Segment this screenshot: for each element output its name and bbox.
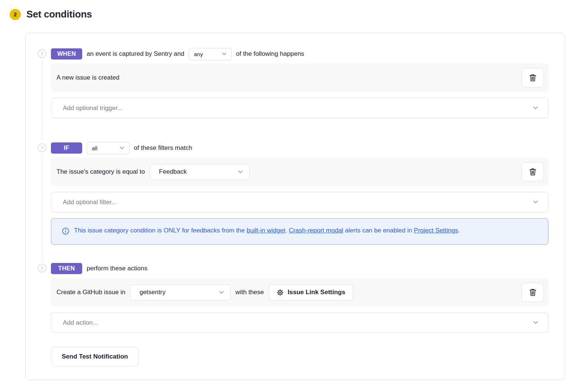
add-action-select[interactable]: Add action... xyxy=(51,312,548,333)
alert-text-1: This issue category condition is ONLY fo… xyxy=(74,227,246,234)
add-optional-filter-select[interactable]: Add optional filter... xyxy=(51,192,548,212)
info-alert-text: This issue category condition is ONLY fo… xyxy=(74,225,460,238)
action-row: Create a GitHub issue in getsentry with … xyxy=(51,278,548,306)
filter-condition-text: The issue's category is equal to xyxy=(57,168,145,176)
chevron-down-icon xyxy=(238,170,243,174)
then-expand-icon[interactable] xyxy=(38,263,46,366)
issue-link-settings-label: Issue Link Settings xyxy=(288,289,345,296)
trash-icon xyxy=(529,168,536,176)
then-text-after: perform these actions xyxy=(87,265,147,272)
delete-action-button[interactable] xyxy=(522,283,544,302)
built-in-widget-link[interactable]: built-in widget xyxy=(246,227,285,234)
repo-select[interactable]: getsentry xyxy=(130,285,231,301)
if-text-after: of these filters match xyxy=(134,144,192,152)
add-action-placeholder: Add action... xyxy=(63,319,98,327)
trigger-condition-row: A new issue is created xyxy=(51,64,548,92)
when-badge: WHEN xyxy=(51,48,82,60)
action-text-middle: with these xyxy=(235,289,264,296)
action-text-before: Create a GitHub issue in xyxy=(57,289,125,296)
then-section: THEN perform these actions Create a GitH… xyxy=(38,263,548,366)
when-section: WHEN an event is captured by Sentry and … xyxy=(38,48,548,124)
category-select-value: Feedback xyxy=(159,168,187,176)
trigger-condition-label: A new issue is created xyxy=(57,74,119,81)
alert-text-4: . xyxy=(458,227,460,234)
when-match-select[interactable]: any xyxy=(189,48,232,60)
if-match-select-value: all xyxy=(92,145,97,151)
chevron-down-icon xyxy=(222,52,226,55)
then-label-row: THEN perform these actions xyxy=(51,263,548,274)
if-expand-icon[interactable] xyxy=(38,142,46,245)
filter-condition-row: The issue's category is equal to Feedbac… xyxy=(51,158,548,186)
add-optional-trigger-select[interactable]: Add optional trigger... xyxy=(51,98,548,118)
when-text-after: of the following happens xyxy=(236,50,304,58)
project-settings-link[interactable]: Project Settings xyxy=(414,227,458,234)
alert-text-2: . xyxy=(285,227,289,234)
page-title: Set conditions xyxy=(26,9,92,20)
when-expand-icon[interactable] xyxy=(38,48,46,124)
info-alert: This issue category condition is ONLY fo… xyxy=(51,218,548,245)
step-number-badge: 2 xyxy=(10,9,21,20)
if-match-select[interactable]: all xyxy=(87,142,129,154)
add-optional-trigger-placeholder: Add optional trigger... xyxy=(63,105,123,112)
chevron-down-icon xyxy=(120,147,124,150)
trash-icon xyxy=(529,74,536,82)
then-badge: THEN xyxy=(51,263,82,274)
when-match-select-value: any xyxy=(194,51,203,57)
chevron-down-icon xyxy=(219,291,224,294)
delete-filter-button[interactable] xyxy=(522,162,544,181)
send-test-notification-button[interactable]: Send Test Notification xyxy=(51,347,139,366)
chevron-down-icon xyxy=(533,200,538,204)
if-badge: IF xyxy=(51,142,82,154)
if-label-row: IF all of these filters match xyxy=(51,142,548,154)
page-header: 2 Set conditions xyxy=(0,0,580,20)
add-optional-filter-placeholder: Add optional filter... xyxy=(63,199,117,206)
category-select[interactable]: Feedback xyxy=(150,164,249,180)
issue-link-settings-button[interactable]: Issue Link Settings xyxy=(269,285,353,301)
when-text-before: an event is captured by Sentry and xyxy=(87,50,184,58)
when-label-row: WHEN an event is captured by Sentry and … xyxy=(51,48,548,60)
gear-icon xyxy=(277,289,284,296)
repo-select-value: getsentry xyxy=(139,289,165,296)
alert-text-3: alerts can be enabled in xyxy=(343,227,414,234)
if-section: IF all of these filters match The issue'… xyxy=(38,142,548,245)
trash-icon xyxy=(529,288,536,296)
conditions-card: WHEN an event is captured by Sentry and … xyxy=(25,33,565,380)
crash-report-modal-link[interactable]: Crash-report modal xyxy=(289,227,343,234)
chevron-down-icon xyxy=(533,321,538,324)
info-icon xyxy=(62,225,69,238)
delete-trigger-button[interactable] xyxy=(522,68,544,87)
chevron-down-icon xyxy=(533,106,538,110)
